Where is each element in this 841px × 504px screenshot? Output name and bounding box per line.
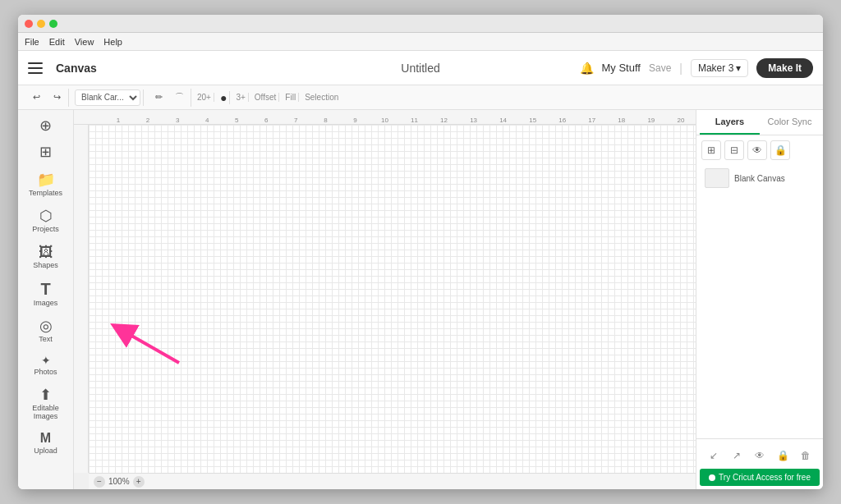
- arrow-svg: [97, 314, 195, 379]
- promo-dot: [709, 474, 715, 481]
- tick-16: 16: [548, 117, 577, 124]
- move-up-icon[interactable]: ↗: [727, 446, 747, 465]
- arrow-annotation: [97, 314, 195, 383]
- monogram-label: Upload: [34, 447, 57, 455]
- curve-button[interactable]: ⌒: [170, 89, 188, 107]
- delete-icon[interactable]: 🗑: [796, 446, 816, 465]
- move-down-icon[interactable]: ↙: [704, 446, 724, 465]
- size-label: 20+: [197, 93, 211, 102]
- hamburger-menu[interactable]: [28, 57, 51, 80]
- tick-7: 7: [281, 117, 310, 124]
- color-dot[interactable]: ●: [220, 91, 227, 104]
- tick-12: 12: [430, 117, 459, 124]
- ruler-vertical: [74, 125, 89, 473]
- tick-14: 14: [489, 117, 518, 124]
- select-dropdown[interactable]: Blank Car...: [75, 89, 140, 106]
- shapes-label: Projects: [32, 225, 59, 233]
- tick-4: 4: [192, 117, 222, 124]
- upload-icon: ⬆: [39, 387, 52, 402]
- window-controls: [25, 20, 57, 28]
- left-sidebar: ⊕ ⊞ 📁 Templates ⬡ Projects 🖼 Shapes T Im…: [18, 110, 74, 489]
- projects-label: Templates: [29, 189, 62, 197]
- editable-images-icon: ✦: [41, 355, 51, 366]
- chevron-down-icon: ▾: [736, 62, 741, 74]
- layer-actions: ⊞ ⊟ 👁 🔒: [701, 140, 818, 160]
- maker-selector[interactable]: Maker 3 ▾: [691, 59, 748, 77]
- text-label: Images: [34, 299, 58, 307]
- tick-5: 5: [222, 117, 251, 124]
- right-panel-bottom: ↙ ↗ 👁 🔒 🗑 Try Cricut Access for free: [696, 438, 823, 489]
- images-icon: 🖼: [39, 245, 53, 259]
- pen-button[interactable]: ✏: [149, 89, 168, 107]
- color-group: ●: [218, 91, 230, 104]
- menu-bar: File Edit View Help: [18, 33, 823, 51]
- right-panel: Layers Color Sync ⊞ ⊟ 👁 🔒 Blank Canvas ↙: [696, 110, 823, 489]
- visibility-icon[interactable]: 👁: [750, 446, 770, 465]
- select-group: Blank Car...: [72, 89, 144, 106]
- redo-button[interactable]: ↪: [48, 89, 66, 107]
- canvas-grid[interactable]: [89, 125, 696, 473]
- cricut-promo-banner[interactable]: Try Cricut Access for free: [700, 469, 820, 486]
- layer-item-canvas[interactable]: Blank Canvas: [701, 165, 818, 191]
- add-icon: ⊕: [39, 118, 52, 133]
- save-button[interactable]: Save: [649, 62, 671, 74]
- layer-lock-button[interactable]: 🔒: [770, 140, 790, 160]
- fill-group: Fill: [283, 93, 299, 102]
- nav-right: 🔔 My Stuff Save | Maker 3 ▾ Make It: [580, 58, 814, 78]
- offset-group: Offset: [252, 93, 280, 102]
- zoom-out-button[interactable]: −: [94, 476, 105, 488]
- menu-view[interactable]: View: [75, 37, 94, 47]
- canvas-area[interactable]: 1 2 3 4 5 6 7 8 9 10 11 12 13 14 15 16 1: [74, 110, 696, 489]
- close-button[interactable]: [25, 20, 33, 28]
- sidebar-item-photos[interactable]: ◎ Text: [21, 314, 71, 348]
- sidebar-item-text[interactable]: T Images: [21, 276, 71, 312]
- tick-2: 2: [133, 117, 163, 124]
- maximize-button[interactable]: [49, 20, 57, 28]
- minimize-button[interactable]: [37, 20, 45, 28]
- editable-images-label: Photos: [34, 368, 57, 376]
- undo-button[interactable]: ↩: [27, 89, 45, 107]
- sidebar-item-upload[interactable]: ⬆ Editable Images: [21, 383, 71, 425]
- svg-line-1: [122, 330, 179, 363]
- selection-group: Selection: [302, 93, 341, 102]
- sidebar-item-images[interactable]: 🖼 Shapes: [21, 240, 71, 274]
- zoom-bar: − 100% +: [89, 473, 696, 489]
- tick-15: 15: [518, 117, 548, 124]
- sidebar-item-projects[interactable]: 📁 Templates: [21, 167, 71, 202]
- canvas-label: Canvas: [56, 62, 97, 75]
- my-stuff-link[interactable]: My Stuff: [602, 62, 641, 74]
- sidebar-item-shapes[interactable]: ⬡ Projects: [21, 204, 71, 238]
- menu-file[interactable]: File: [25, 37, 39, 47]
- text-icon: T: [40, 281, 50, 297]
- tab-layers[interactable]: Layers: [700, 110, 760, 135]
- document-title: Untitled: [401, 62, 439, 75]
- photos-icon: ◎: [39, 318, 53, 333]
- layer-ungroup-button[interactable]: ⊟: [724, 140, 744, 160]
- bell-icon[interactable]: 🔔: [580, 62, 594, 75]
- menu-edit[interactable]: Edit: [49, 37, 65, 47]
- layer-visibility-button[interactable]: 👁: [747, 140, 767, 160]
- selection-label: Selection: [305, 93, 338, 102]
- toolbar: ↩ ↪ Blank Car... ✏ ⌒ 20+ ● 3+ Offset Fil…: [18, 85, 823, 110]
- sidebar-item-new[interactable]: ⊕: [21, 113, 71, 138]
- app-window: File Edit View Help Canvas Untitled 🔔 My…: [18, 15, 823, 489]
- tab-color-sync[interactable]: Color Sync: [760, 110, 820, 135]
- tick-13: 13: [459, 117, 489, 124]
- images-label: Shapes: [33, 261, 58, 269]
- promo-text: Try Cricut Access for free: [719, 473, 811, 482]
- ruler-horizontal: 1 2 3 4 5 6 7 8 9 10 11 12 13 14 15 16 1: [74, 110, 696, 125]
- tick-18: 18: [607, 117, 636, 124]
- lock-icon[interactable]: 🔒: [773, 446, 793, 465]
- menu-help[interactable]: Help: [103, 37, 122, 47]
- make-it-button[interactable]: Make It: [756, 58, 813, 78]
- line-label: 3+: [236, 93, 245, 102]
- top-nav: Canvas Untitled 🔔 My Stuff Save | Maker …: [18, 51, 823, 85]
- sidebar-item-editable-images[interactable]: ✦ Photos: [21, 350, 71, 381]
- size-group: 20+: [195, 93, 214, 102]
- sidebar-item-monogram[interactable]: M Upload: [21, 427, 71, 460]
- zoom-in-button[interactable]: +: [133, 476, 145, 488]
- layer-group-button[interactable]: ⊞: [701, 140, 721, 160]
- monogram-icon: M: [40, 432, 51, 445]
- tick-11: 11: [399, 117, 429, 124]
- sidebar-item-templates[interactable]: ⊞: [21, 140, 71, 166]
